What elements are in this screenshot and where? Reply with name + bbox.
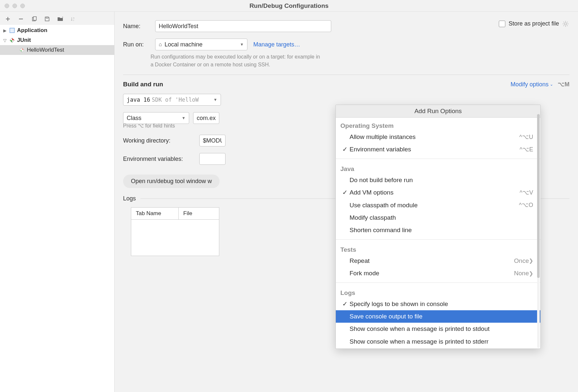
gear-icon[interactable] [562, 21, 569, 27]
check-icon: ✓ [340, 188, 350, 197]
runon-select[interactable]: ⌂ Local machine ▼ [155, 39, 247, 50]
popup-item[interactable]: Show console when a message is printed t… [340, 323, 536, 335]
popup-item-label: Add VM options [350, 188, 520, 197]
runon-value: Local machine [165, 41, 203, 48]
name-input[interactable] [155, 20, 331, 32]
popup-item[interactable]: ✓Environment variables^⌥E [340, 143, 536, 156]
divider [123, 75, 569, 75]
popup-group-title: Operating System [340, 120, 536, 131]
popup-item[interactable]: RepeatOnce❯ [340, 255, 536, 267]
popup-item-sublabel: Once [514, 256, 529, 266]
logs-th-tabname: Tab Name [131, 208, 179, 220]
popup-item-shortcut: ^⌥E [520, 145, 533, 154]
popup-item[interactable]: Allow multiple instances^⌥U [340, 131, 536, 143]
build-run-heading: Build and run [123, 81, 163, 88]
popup-item-label: Use classpath of module [350, 200, 519, 210]
sdk-select[interactable]: java 16 SDK of 'HelloW ▼ [123, 94, 221, 106]
add-icon[interactable] [5, 16, 11, 22]
runon-label: Run on: [123, 41, 149, 48]
popup-item-shortcut: ^⌥U [519, 132, 533, 142]
scrollbar-thumb[interactable] [537, 114, 540, 278]
copy-icon[interactable] [31, 16, 37, 22]
popup-item[interactable]: Show console when a message is printed t… [340, 335, 536, 348]
popup-item-label: Allow multiple instances [350, 132, 519, 142]
divider [336, 282, 540, 283]
chevron-down-icon: ⌄ [550, 82, 553, 87]
popup-item[interactable]: Do not build before run [340, 174, 536, 186]
titlebar: Run/Debug Configurations [0, 0, 578, 12]
chevron-down-icon: ▼ [213, 97, 217, 102]
popup-item-label: Specify logs to be shown in console [350, 299, 533, 309]
popup-item-label: Show console when a message is printed t… [350, 324, 533, 334]
test-kind-select[interactable]: Class ▼ [123, 112, 189, 124]
svg-text:+: + [62, 16, 63, 19]
popup-item[interactable]: ✓Specify logs to be shown in console [340, 298, 536, 310]
config-tree: ▶ Application ▽ JUnit HelloWorldTest [0, 25, 114, 392]
modify-options-shortcut: ⌥M [558, 81, 569, 88]
popup-group-title: Tests [340, 244, 536, 255]
env-vars-input[interactable] [199, 153, 226, 165]
class-input[interactable] [193, 112, 219, 124]
application-icon [9, 27, 15, 33]
open-tool-window-chip[interactable]: Open run/debug tool window w [123, 175, 220, 188]
popup-item-label: Fork mode [350, 268, 511, 278]
outer-scrollbar[interactable] [573, 12, 578, 392]
popup-group-title: Logs [340, 287, 536, 298]
home-icon: ⌂ [159, 42, 162, 47]
chevron-down-icon: ▼ [240, 42, 244, 47]
popup-item[interactable]: Save console output to file [336, 310, 540, 323]
save-icon[interactable] [44, 16, 50, 22]
chevron-right-icon: ▶ [3, 28, 7, 33]
logs-th-file: File [179, 208, 219, 220]
modify-options-link[interactable]: Modify options ⌄ [511, 81, 553, 88]
checkbox[interactable] [499, 21, 505, 27]
popup-item[interactable]: Modify classpath [340, 212, 536, 224]
tree-label: JUnit [17, 37, 31, 43]
working-directory-input[interactable] [199, 135, 226, 146]
popup-item-label: Do not build before run [350, 175, 533, 185]
svg-rect-2 [46, 17, 48, 18]
check-icon: ✓ [340, 145, 350, 154]
store-as-project-file[interactable]: Store as project file [499, 20, 569, 27]
popup-item[interactable]: ✓Add VM options^⌥V [340, 186, 536, 199]
popup-item-label: Show console when a message is printed t… [350, 337, 533, 347]
scrollbar[interactable] [537, 114, 540, 348]
popup-item-label: Environment variables [350, 145, 520, 154]
popup-item-shortcut: ^⌥O [519, 200, 533, 210]
tree-node-application[interactable]: ▶ Application [0, 26, 114, 35]
svg-point-7 [565, 23, 567, 25]
sidebar: + az ▶ Application ▽ JUnit HelloWorldTes… [0, 12, 115, 392]
sdk-hint: SDK of 'HelloW [152, 96, 199, 103]
popup-item[interactable]: Fork modeNone❯ [340, 267, 536, 280]
sort-icon[interactable]: az [70, 16, 77, 22]
popup-item-label: Save console output to file [350, 312, 536, 321]
logs-table-body [131, 220, 219, 256]
folder-icon[interactable]: + [57, 16, 63, 22]
svg-text:z: z [73, 19, 74, 22]
popup-item[interactable]: Shorten command line [340, 224, 536, 236]
name-label: Name: [123, 23, 149, 30]
check-icon: ✓ [340, 299, 350, 309]
chevron-down-icon: ▼ [182, 116, 186, 120]
popup-group-title: Java [340, 163, 536, 174]
tree-node-helloworldtest[interactable]: HelloWorldTest [0, 45, 114, 55]
popup-item-sublabel: None [514, 268, 529, 278]
svg-rect-6 [10, 28, 14, 33]
tree-label: Application [17, 27, 47, 34]
sdk-name: java 16 [127, 96, 150, 103]
sidebar-toolbar: + az [0, 12, 114, 25]
remove-icon[interactable] [18, 16, 24, 22]
store-label: Store as project file [509, 20, 559, 27]
working-directory-label: Working directory: [123, 137, 193, 144]
popup-item-label: Repeat [350, 256, 511, 266]
window-title: Run/Debug Configurations [0, 2, 578, 9]
popup-item-shortcut: ^⌥V [520, 188, 533, 197]
chevron-down-icon: ▽ [3, 38, 7, 43]
manage-targets-link[interactable]: Manage targets… [253, 41, 300, 48]
env-vars-label: Environment variables: [123, 156, 193, 162]
popup-item[interactable]: Use classpath of module^⌥O [340, 199, 536, 212]
divider [336, 239, 540, 240]
main-panel: Store as project file Name: Run on: ⌂ Lo… [115, 12, 578, 392]
logs-heading: Logs [123, 195, 136, 202]
tree-node-junit[interactable]: ▽ JUnit [0, 35, 114, 45]
